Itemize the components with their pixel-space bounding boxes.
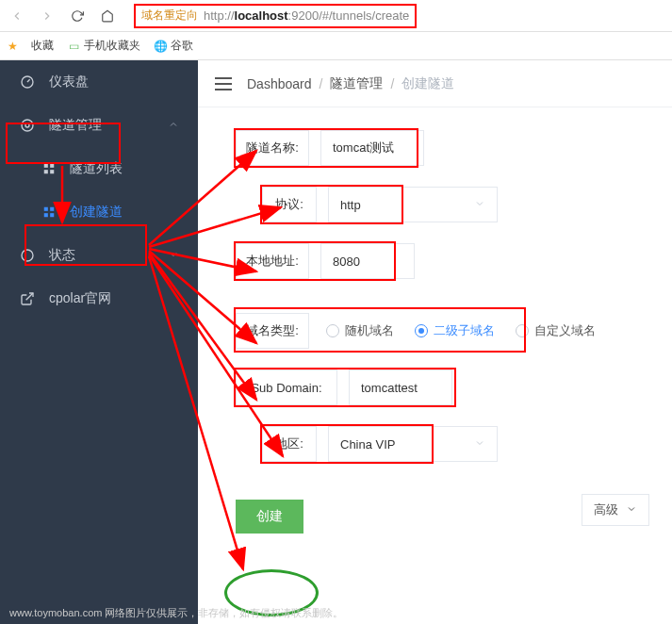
sidebar-item-dashboard[interactable]: 仪表盘 [0, 60, 198, 104]
svg-line-12 [26, 293, 33, 300]
topbar: Dashboard / 隧道管理 / 创建隧道 [198, 60, 672, 107]
favorites-label: 收藏 [31, 38, 54, 54]
globe-icon: 🌐 [154, 40, 167, 53]
row-subdomain: Sub Domain: tomcattest [236, 369, 634, 405]
url-text: http://localhost:9200/#/tunnels/create [204, 8, 409, 23]
label-protocol: 协议: [262, 187, 317, 222]
input-subdomain[interactable]: tomcattest [349, 369, 452, 405]
sidebar-label: 隧道管理 [49, 117, 102, 134]
svg-rect-8 [50, 207, 54, 211]
sidebar-item-create-tunnel[interactable]: 创建隧道 [0, 190, 198, 234]
row-tunnel-name: 隧道名称: tomcat测试 [236, 130, 634, 166]
radio-custom-domain[interactable]: 自定义域名 [516, 322, 596, 339]
select-protocol[interactable]: http [328, 187, 498, 222]
svg-point-11 [22, 250, 33, 261]
label-tunnel-name: 隧道名称: [236, 130, 309, 166]
chevron-down-icon [474, 437, 485, 452]
target-icon [19, 117, 36, 134]
dashboard-icon [19, 74, 36, 90]
footer-watermark: www.toymoban.com 网络图片仅供展示，非存储，如有侵权请联系删除。 [9, 606, 343, 620]
bookmark-mobile[interactable]: ▭ 手机收藏夹 [67, 38, 140, 54]
url-bar[interactable]: 域名重定向 http://localhost:9200/#/tunnels/cr… [126, 4, 666, 28]
grid-icon [41, 205, 57, 220]
chevron-up-icon [168, 118, 179, 133]
create-button[interactable]: 创建 [236, 500, 303, 534]
breadcrumb-current: 创建隧道 [402, 75, 454, 92]
svg-rect-7 [44, 207, 48, 211]
sidebar: 仪表盘 隧道管理 隧道列表 创建隧道 状态 cpolar官网 [0, 60, 198, 624]
label-region: 地区: [262, 426, 317, 462]
radio-icon [415, 324, 428, 337]
sidebar-item-tunnel-mgmt[interactable]: 隧道管理 [0, 104, 198, 147]
row-protocol: 协议: http [262, 187, 634, 222]
status-icon [19, 247, 36, 264]
svg-rect-10 [50, 213, 54, 217]
redirect-label: 域名重定向 [141, 8, 198, 24]
input-local-addr[interactable]: 8080 [320, 243, 415, 279]
home-button[interactable] [96, 5, 119, 27]
label-domain-type: 域名类型: [236, 313, 309, 349]
select-region[interactable]: China VIP [328, 426, 498, 462]
sidebar-item-status[interactable]: 状态 [0, 234, 198, 277]
breadcrumb-dashboard[interactable]: Dashboard [247, 76, 312, 91]
back-button[interactable] [6, 5, 28, 27]
svg-point-2 [25, 123, 29, 127]
svg-point-1 [22, 120, 33, 131]
browser-toolbar: 域名重定向 http://localhost:9200/#/tunnels/cr… [0, 0, 672, 32]
sidebar-label: 隧道列表 [70, 160, 123, 177]
label-subdomain: Sub Domain: [236, 369, 337, 405]
chevron-down-icon [168, 248, 179, 263]
sidebar-item-tunnel-list[interactable]: 隧道列表 [0, 147, 198, 190]
reload-button[interactable] [66, 5, 89, 27]
breadcrumb: Dashboard / 隧道管理 / 创建隧道 [247, 75, 454, 92]
star-icon: ★ [8, 40, 18, 53]
sidebar-label: cpolar官网 [49, 290, 111, 307]
breadcrumb-sep: / [320, 76, 323, 91]
svg-rect-3 [44, 164, 48, 168]
breadcrumb-tunnel-mgmt[interactable]: 隧道管理 [330, 75, 383, 92]
forward-button[interactable] [36, 5, 58, 27]
input-tunnel-name[interactable]: tomcat测试 [320, 130, 424, 166]
row-local-addr: 本地地址: 8080 [236, 243, 634, 279]
phone-icon: ▭ [67, 40, 80, 53]
grid-icon [41, 161, 57, 176]
radio-group-domain-type: 随机域名 二级子域名 自定义域名 [326, 322, 596, 339]
svg-rect-9 [44, 213, 48, 217]
sidebar-item-cpolar-site[interactable]: cpolar官网 [0, 277, 198, 320]
bookmark-bar: ★ 收藏 ▭ 手机收藏夹 🌐 谷歌 [0, 32, 672, 60]
breadcrumb-sep: / [390, 76, 394, 91]
sidebar-label: 状态 [49, 247, 75, 264]
radio-subdomain[interactable]: 二级子域名 [415, 322, 495, 339]
sidebar-label: 创建隧道 [70, 204, 123, 221]
external-link-icon [19, 290, 36, 307]
main-content: Dashboard / 隧道管理 / 创建隧道 隧道名称: tomcat测试 协… [198, 60, 672, 624]
advanced-button[interactable]: 高级 [582, 494, 649, 526]
row-region: 地区: China VIP [262, 426, 634, 462]
svg-rect-5 [44, 170, 48, 173]
form-area: 隧道名称: tomcat测试 协议: http 本地地址: 8080 域名类型: [198, 107, 672, 556]
chevron-down-icon [474, 198, 485, 212]
radio-icon [326, 324, 339, 337]
svg-rect-4 [50, 164, 54, 168]
row-domain-type: 域名类型: 随机域名 二级子域名 自定义域名 [236, 313, 634, 349]
menu-toggle-icon[interactable] [215, 77, 232, 90]
chevron-down-icon [626, 503, 637, 517]
radio-random-domain[interactable]: 随机域名 [326, 322, 394, 339]
radio-icon [516, 324, 529, 337]
bookmark-google[interactable]: 🌐 谷歌 [154, 38, 193, 54]
svg-rect-6 [50, 170, 54, 173]
label-local-addr: 本地地址: [236, 243, 309, 279]
sidebar-label: 仪表盘 [49, 74, 89, 90]
